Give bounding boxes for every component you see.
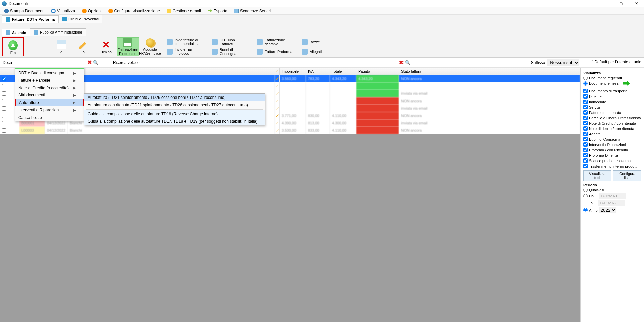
close-button[interactable]: ✕ — [629, 0, 644, 7]
checkbox[interactable] — [583, 142, 588, 147]
filter-checkbox[interactable]: Fatture con ritenuta — [583, 110, 641, 115]
filter-checkbox[interactable]: Immediate — [583, 100, 641, 104]
col-imponibile[interactable]: Imponibile — [280, 68, 306, 75]
checkbox[interactable] — [583, 100, 588, 104]
allegati-button[interactable]: Allegati — [299, 47, 329, 57]
col-iva[interactable]: IVA — [306, 68, 330, 75]
checkbox[interactable] — [583, 153, 588, 157]
menu-item[interactable]: Note di Credito (o accredito)▶ — [15, 84, 84, 91]
row-checkbox[interactable] — [2, 77, 6, 81]
clear-search-2[interactable]: ✖🔍 — [398, 59, 411, 66]
menu-item[interactable]: Fatture e Parcelle▶ — [15, 77, 84, 84]
filter-checkbox[interactable]: Buoni di Consegna — [583, 137, 641, 141]
filter-checkbox[interactable]: Note di Credito / con ritenuta — [583, 121, 641, 125]
row-checkbox[interactable] — [2, 128, 6, 133]
checkbox[interactable] — [589, 60, 593, 64]
filter-checkbox[interactable]: Scarico prodotti consumati — [583, 158, 641, 163]
checkbox[interactable] — [583, 126, 588, 131]
col-select[interactable] — [0, 68, 6, 75]
col-ragione-sociale[interactable]: sociale — [68, 68, 275, 75]
filter-checkbox[interactable]: Note di debito / con ritenuta — [583, 126, 641, 131]
table-row[interactable] — [0, 82, 580, 90]
tab-aziende[interactable]: Aziende — [2, 29, 30, 36]
filter-checkbox[interactable]: Servizi — [583, 105, 641, 109]
table-row[interactable]: L0000304/12/2022Bianchi3.530,00833,004.1… — [0, 127, 580, 134]
checkbox[interactable] — [583, 132, 588, 136]
row-checkbox[interactable] — [2, 84, 6, 88]
radio-documenti-registrati[interactable]: Documenti registrati — [583, 76, 641, 80]
acquista-fpa-button[interactable]: AcquistaFPASemplice — [139, 37, 161, 56]
filter-checkbox[interactable]: Parcelle o Libero Professionista — [583, 116, 641, 120]
menu-opzioni[interactable]: Opzioni — [80, 8, 103, 14]
ricerca-input[interactable] — [142, 59, 396, 66]
maximize-button[interactable]: ▢ — [613, 0, 629, 7]
suffisso-select[interactable]: Nessun suf — [547, 59, 579, 66]
checkbox[interactable] — [583, 110, 588, 115]
checkbox[interactable] — [583, 105, 588, 109]
row-checkbox[interactable] — [2, 121, 6, 125]
checkbox[interactable] — [583, 158, 588, 163]
default-user-checkbox[interactable]: Default per l'utente attuale — [589, 60, 641, 64]
fatturazione-ricorsiva-button[interactable]: Fatturazione ricorsiva — [254, 37, 296, 47]
filter-checkbox[interactable]: Trasferimento interno prodotti — [583, 164, 641, 168]
tab-pubblica-amministrazione[interactable]: Pubblica Amministrazione — [30, 28, 86, 36]
radio-documenti-emessi[interactable]: Documenti emessi — [583, 81, 641, 86]
visualizza-tutti-button[interactable]: Visualizza tutti — [583, 170, 611, 181]
buoni-consegna-button[interactable]: Buoni di Consegna — [209, 47, 251, 57]
invio-email-blocco-button[interactable]: Invio emailin blocco — [164, 47, 206, 57]
menu-esporta[interactable]: Esporta — [206, 8, 229, 14]
filter-checkbox[interactable]: Differite — [583, 94, 641, 99]
tab-fatture-ddt-proforma[interactable]: Fatture, DDT e Proforma — [2, 15, 58, 23]
row-checkbox[interactable] — [2, 106, 6, 111]
filter-checkbox[interactable]: Documento di trasporto — [583, 89, 641, 93]
bozze-button[interactable]: Bozze — [299, 37, 329, 47]
configura-lista-button[interactable]: Configura lista — [613, 170, 641, 181]
submenu-item[interactable]: Guida alla compilazione delle autofattur… — [84, 118, 265, 125]
minimize-button[interactable]: — — [598, 0, 613, 7]
modifica-button[interactable]: a — [72, 37, 95, 56]
checkbox[interactable] — [583, 121, 588, 125]
row-checkbox[interactable] — [2, 99, 6, 103]
filter-checkbox[interactable]: Proforma Differita — [583, 153, 641, 157]
checkbox[interactable] — [583, 116, 588, 120]
clear-search-1[interactable]: ✖🔍 — [87, 59, 99, 66]
checkbox[interactable] — [583, 164, 588, 168]
menu-gestione-email[interactable]: Gestione e-mail — [165, 8, 202, 14]
filter-checkbox[interactable]: Proforma / con Ritenuta — [583, 148, 641, 152]
filter-checkbox[interactable]: Agente — [583, 132, 641, 136]
nuova-button[interactable]: a — [50, 37, 72, 56]
col-stato-fattura[interactable]: Stato fattura — [399, 68, 580, 75]
radio-qualsiasi[interactable]: Qualsiasi — [583, 188, 641, 192]
menu-stampa-documenti[interactable]: Stampa Documenti — [3, 8, 46, 14]
checkbox[interactable] — [583, 148, 588, 152]
menu-item[interactable]: Altri documenti▶ — [15, 91, 84, 99]
invia-commercialista-button[interactable]: Invia fatture alcommercialista — [164, 37, 206, 47]
menu-item[interactable]: Interventi e Riparazioni▶ — [15, 106, 84, 114]
table-row[interactable]: 3.560,00783,204.343,204.343,20NON ancora — [0, 75, 580, 82]
fatturazione-elettronica-button[interactable]: FatturazioneElettronica — [117, 37, 139, 56]
radio-anno[interactable]: Anno — [583, 208, 598, 212]
menu-item[interactable]: Carica bozze — [15, 114, 84, 121]
tab-ordini-preventivi[interactable]: Ordini e Preventivi — [58, 15, 102, 23]
checkbox[interactable] — [583, 89, 588, 93]
menu-item[interactable]: DDT e Buoni di consegna▶ — [15, 69, 84, 77]
menu-configura-visualizzazione[interactable]: Configura visualizzazione — [107, 8, 161, 14]
checkbox[interactable] — [583, 137, 588, 141]
col-pagato[interactable]: Pagato — [356, 68, 399, 75]
submenu-item[interactable]: Autofattura (TD21 splafonamento / TD26 c… — [84, 94, 265, 101]
checkbox[interactable] — [583, 94, 588, 99]
radio-da[interactable]: Da — [583, 194, 594, 198]
emetti-button[interactable]: Em — [3, 38, 23, 57]
fatture-proforma-button[interactable]: Fatture Proforma — [254, 47, 296, 57]
elimina-button[interactable]: Elimina — [95, 37, 117, 56]
ddt-non-fatturati-button[interactable]: DDT Non Fatturati — [209, 37, 251, 47]
filter-checkbox[interactable]: Interventi / Riparazioni — [583, 142, 641, 147]
menu-item[interactable]: Autofatture▶ — [15, 99, 84, 106]
anno-select[interactable]: 2022 — [599, 207, 616, 213]
submenu-item[interactable]: Autofattura con ritenuta (TD21 splafonam… — [84, 101, 265, 109]
menu-visualizza[interactable]: Visualizza — [50, 8, 76, 14]
col-totale[interactable]: Totale — [330, 68, 356, 75]
menu-scadenze-servizi[interactable]: Scadenze Servizi — [233, 8, 273, 14]
row-checkbox[interactable] — [2, 91, 6, 96]
row-checkbox[interactable] — [2, 114, 6, 118]
